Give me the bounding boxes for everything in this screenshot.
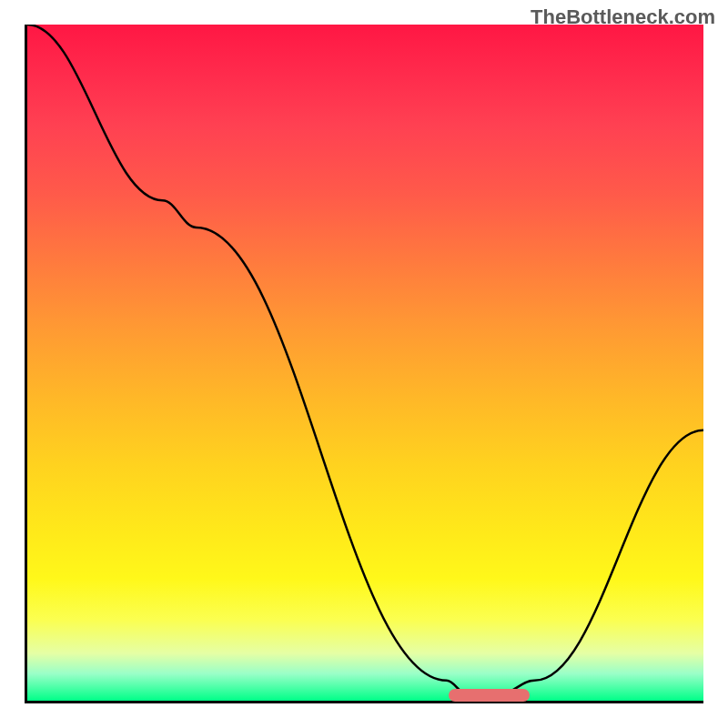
- chart-plot-area: [25, 25, 703, 703]
- optimal-range-marker: [449, 689, 531, 702]
- watermark-text: TheBottleneck.com: [531, 5, 715, 29]
- bottleneck-curve-line: [27, 25, 703, 694]
- curve-svg: [27, 25, 703, 701]
